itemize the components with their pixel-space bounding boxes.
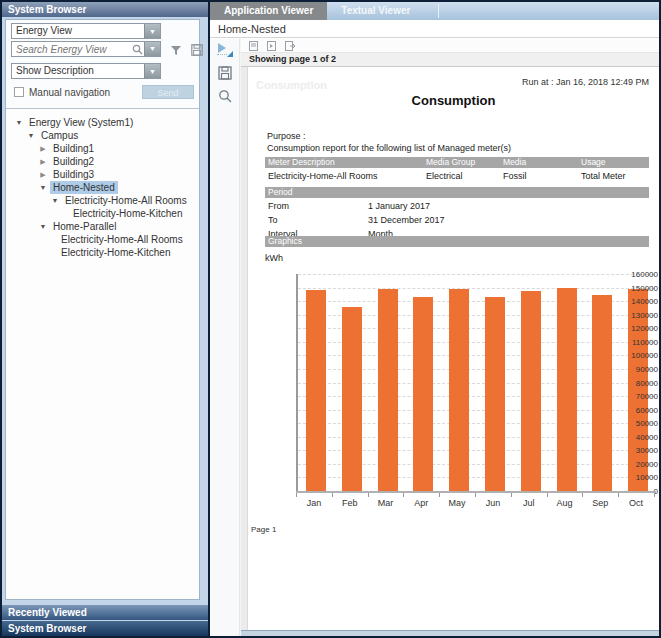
x-axis-tick — [368, 493, 369, 497]
system-browser-tree: ▼Energy View (System1)▼Campus▶Building1▶… — [6, 112, 199, 599]
x-axis-tick — [475, 493, 476, 497]
x-axis-tick — [439, 493, 440, 497]
horizontal-scrollbar[interactable] — [241, 630, 659, 636]
tree-item-home-parallel[interactable]: ▼Home-Parallel — [6, 220, 199, 233]
tree-item-electricity-home-kitchen[interactable]: Electricity-Home-Kitchen — [6, 246, 199, 259]
x-axis-tick-label: Jun — [475, 498, 511, 508]
display-mode-value: Show Description — [12, 64, 144, 78]
column-header: Media Group — [423, 157, 500, 168]
consumption-bar-chart: 0100002000030000400005000060000700008000… — [256, 272, 658, 504]
tree-item-electricity-home-all-rooms[interactable]: Electricity-Home-All Rooms — [6, 233, 199, 246]
x-axis-tick — [296, 493, 297, 497]
document-icon[interactable] — [249, 41, 258, 51]
view-selector-dropdown[interactable]: Energy View ▼ — [11, 23, 161, 39]
x-axis-tick-label: Jul — [511, 498, 547, 508]
tree-item-campus[interactable]: ▼Campus — [6, 129, 199, 142]
tree-item-building1[interactable]: ▶Building1 — [6, 142, 199, 155]
bar-jul — [521, 291, 541, 491]
tree-item-building3[interactable]: ▶Building3 — [6, 168, 199, 181]
tab-textual-viewer[interactable]: Textual Viewer — [327, 2, 424, 20]
tree-item-energy-view-system1-[interactable]: ▼Energy View (System1) — [6, 116, 199, 129]
manual-navigation-checkbox[interactable] — [14, 87, 24, 97]
tab-application-viewer[interactable]: Application Viewer — [210, 2, 327, 20]
period-label: To — [265, 214, 368, 226]
x-axis-tick — [511, 493, 512, 497]
tree-item-electricity-home-all-rooms[interactable]: ▼Electricity-Home-All Rooms — [6, 194, 199, 207]
y-axis-tick-label: 30000 — [622, 446, 658, 455]
filter-icon[interactable] — [168, 43, 183, 57]
chevron-down-icon[interactable]: ▼ — [144, 24, 160, 38]
period-rows: From1 January 2017To31 December 2017Inte… — [265, 200, 649, 240]
showing-page-status: Showing page 1 of 2 — [241, 53, 659, 67]
y-axis-tick-label: 90000 — [622, 365, 658, 374]
table-row: Electricity-Home-All RoomsElectricalFoss… — [265, 170, 649, 182]
chart-unit-label: kWh — [265, 253, 283, 263]
tree-item-label: Building2 — [50, 155, 97, 168]
y-axis-tick-label: 140000 — [622, 297, 658, 306]
view-selector-value: Energy View — [12, 24, 144, 38]
search-chevron-down-icon[interactable]: ▼ — [144, 42, 160, 56]
gridline — [298, 288, 654, 289]
next-page-icon[interactable] — [267, 41, 276, 51]
bar-sep — [592, 295, 612, 491]
tree-item-label: Home-Parallel — [50, 220, 119, 233]
expanded-arrow-icon[interactable]: ▼ — [38, 184, 48, 191]
tree-item-label: Energy View (System1) — [26, 116, 136, 129]
send-button[interactable]: Send — [142, 85, 194, 99]
save-search-icon[interactable] — [189, 43, 204, 57]
period-value: 31 December 2017 — [368, 214, 445, 226]
chevron-down-icon[interactable]: ▼ — [144, 64, 160, 78]
y-axis-tick-label: 80000 — [622, 379, 658, 388]
system-browser-panel-title: System Browser — [2, 2, 208, 17]
y-axis-tick-label: 110000 — [622, 338, 658, 347]
y-axis-tick-label: 100000 — [622, 351, 658, 360]
expanded-arrow-icon[interactable]: ▼ — [14, 119, 24, 126]
search-icon[interactable] — [130, 44, 144, 55]
bar-jun — [485, 297, 505, 491]
y-axis-tick-label: 20000 — [622, 460, 658, 469]
tree-item-label: Electricity-Home-All Rooms — [58, 233, 186, 246]
system-browser-panel: System Browser Energy View ▼ ▼ — [2, 2, 208, 636]
display-mode-dropdown[interactable]: Show Description ▼ — [11, 63, 161, 79]
application-window: System Browser Energy View ▼ ▼ — [0, 0, 661, 638]
search-input[interactable] — [12, 44, 130, 55]
column-header: Usage — [578, 157, 649, 168]
tree-item-building2[interactable]: ▶Building2 — [6, 155, 199, 168]
expanded-arrow-icon[interactable]: ▼ — [26, 132, 36, 139]
table-cell: Electricity-Home-All Rooms — [265, 170, 423, 182]
save-report-icon[interactable] — [218, 66, 232, 80]
x-axis-tick — [547, 493, 548, 497]
recently-viewed-bar[interactable]: Recently Viewed — [2, 605, 208, 620]
expanded-arrow-icon[interactable]: ▼ — [38, 223, 48, 230]
bar-feb — [342, 307, 362, 491]
x-axis-tick-label: Oct — [618, 498, 654, 508]
collapsed-arrow-icon[interactable]: ▶ — [38, 145, 48, 153]
x-axis-tick-label: Mar — [368, 498, 404, 508]
expanded-arrow-icon[interactable]: ▼ — [50, 197, 60, 204]
x-axis-tick — [403, 493, 404, 497]
tree-item-electricity-home-kitchen[interactable]: Electricity-Home-Kitchen — [6, 207, 199, 220]
run-report-icon[interactable] — [217, 43, 233, 57]
table-cell: Total Meter — [578, 170, 649, 182]
export-icon[interactable] — [285, 41, 296, 51]
viewer-side-toolbar — [210, 39, 240, 636]
column-header: Meter Description — [265, 157, 423, 168]
search-input-box[interactable]: ▼ — [11, 41, 161, 57]
system-browser-bar[interactable]: System Browser — [2, 621, 208, 636]
viewer-mini-toolbar — [241, 39, 659, 53]
y-axis-tick-label: 50000 — [622, 419, 658, 428]
tree-item-home-nested[interactable]: ▼Home-Nested — [6, 181, 199, 194]
viewer-tab-bar: Application Viewer Textual Viewer — [210, 2, 659, 20]
x-axis-tick-label: May — [439, 498, 475, 508]
collapsed-arrow-icon[interactable]: ▶ — [38, 158, 48, 166]
x-axis-tick-label: Jan — [296, 498, 332, 508]
x-axis-tick-label: Apr — [403, 498, 439, 508]
browser-controls: Energy View ▼ ▼ Show Descripti — [6, 20, 199, 106]
controls-separator — [6, 108, 199, 109]
y-axis-tick-label: 70000 — [622, 392, 658, 401]
zoom-icon[interactable] — [218, 89, 232, 103]
y-axis-tick-label: 60000 — [622, 406, 658, 415]
tree-item-label: Electricity-Home-Kitchen — [58, 246, 173, 259]
tree-item-label: Campus — [38, 129, 81, 142]
collapsed-arrow-icon[interactable]: ▶ — [38, 171, 48, 179]
